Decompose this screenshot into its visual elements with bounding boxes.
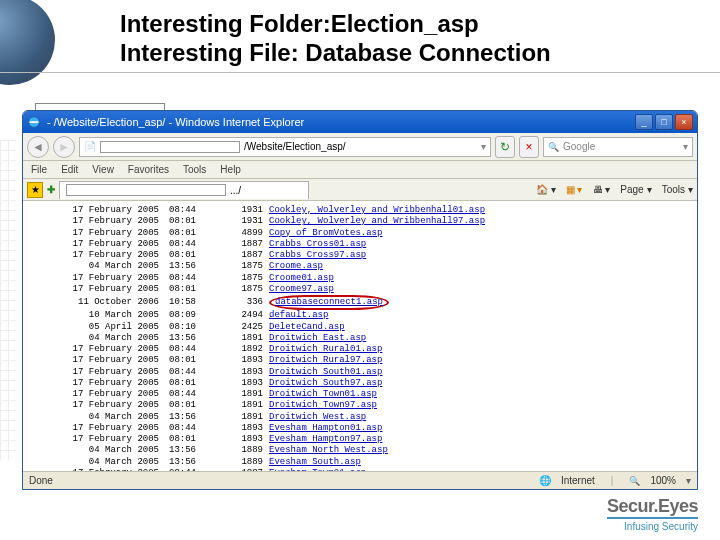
maximize-button[interactable]: □ [655, 114, 673, 130]
tools-menu[interactable]: Tools ▾ [662, 184, 693, 195]
tab-row: ★ ✚ .../ 🏠 ▾ ▦ ▾ 🖶 ▾ Page ▾ Tools ▾ [23, 179, 697, 201]
browser-tab[interactable]: .../ [59, 181, 309, 199]
home-button[interactable]: 🏠 ▾ [536, 184, 556, 195]
listing-row: 04 March 200513:561875Croome.asp [29, 261, 691, 272]
file-link[interactable]: Croome97.asp [269, 284, 334, 294]
zoom-dropdown-icon[interactable]: ▾ [686, 475, 691, 486]
window-title: - /Website/Election_asp/ - Windows Inter… [47, 116, 629, 128]
listing-row: 04 March 200513:561891Droitwich West.asp [29, 412, 691, 423]
file-link[interactable]: Croome.asp [269, 261, 323, 271]
file-link[interactable]: default.asp [269, 310, 328, 320]
listing-row: 17 February 200508:441893Droitwich South… [29, 367, 691, 378]
file-date: 17 February 2005 [29, 205, 169, 216]
favorites-icon[interactable]: ★ [27, 182, 43, 198]
file-time: 13:56 [169, 457, 219, 468]
file-link[interactable]: Cookley, Wolverley and Wribbenhall01.asp [269, 205, 485, 215]
menu-tools[interactable]: Tools [183, 164, 206, 175]
file-date: 17 February 2005 [29, 355, 169, 366]
file-link[interactable]: Droitwich South97.asp [269, 378, 382, 388]
file-size: 2425 [219, 322, 269, 333]
slide-background: Interesting Folder:Election_asp Interest… [0, 0, 720, 540]
listing-row: 17 February 200508:441931Cookley, Wolver… [29, 205, 691, 216]
listing-row: 04 March 200513:561889Evesham South.asp [29, 457, 691, 468]
listing-row: 17 February 200508:441891Droitwich Town0… [29, 389, 691, 400]
listing-row: 17 February 200508:441887Crabbs Cross01.… [29, 239, 691, 250]
menu-view[interactable]: View [92, 164, 114, 175]
nav-row: ◄ ► 📄 /Website/Election_asp/ ▾ ↻ × Googl… [23, 133, 697, 161]
address-bar[interactable]: 📄 /Website/Election_asp/ ▾ [79, 137, 491, 157]
highlight-ellipse: databaseconnect1.asp [269, 295, 389, 310]
back-button[interactable]: ◄ [27, 136, 49, 158]
menu-edit[interactable]: Edit [61, 164, 78, 175]
file-link[interactable]: DeleteCand.asp [269, 322, 345, 332]
file-size: 1887 [219, 239, 269, 250]
minimize-button[interactable]: _ [635, 114, 653, 130]
file-time: 13:56 [169, 261, 219, 272]
file-date: 04 March 2005 [29, 445, 169, 456]
search-provider: Google [563, 141, 595, 152]
directory-listing: 17 February 200508:441931Cookley, Wolver… [23, 201, 697, 471]
file-link[interactable]: Droitwich East.asp [269, 333, 366, 343]
file-link[interactable]: Evesham Hampton01.asp [269, 423, 382, 433]
file-link[interactable]: Cookley, Wolverley and Wribbenhall97.asp [269, 216, 485, 226]
file-link[interactable]: Croome01.asp [269, 273, 334, 283]
brand-tag: Infusing Security [607, 517, 698, 532]
file-link[interactable]: Evesham North West.asp [269, 445, 388, 455]
file-time: 08:01 [169, 355, 219, 366]
file-date: 17 February 2005 [29, 400, 169, 411]
grid-decor [0, 140, 16, 460]
file-time: 08:09 [169, 310, 219, 321]
file-link[interactable]: Crabbs Cross01.asp [269, 239, 366, 249]
file-size: 1893 [219, 378, 269, 389]
file-link[interactable]: Droitwich Rural97.asp [269, 355, 382, 365]
print-button[interactable]: 🖶 ▾ [593, 184, 611, 195]
file-size: 2494 [219, 310, 269, 321]
file-time: 13:56 [169, 445, 219, 456]
listing-row: 17 February 200508:011893Droitwich South… [29, 378, 691, 389]
feeds-button[interactable]: ▦ ▾ [566, 184, 583, 195]
file-link[interactable]: Crabbs Cross97.asp [269, 250, 366, 260]
file-link[interactable]: databaseconnect1.asp [275, 297, 383, 307]
file-date: 17 February 2005 [29, 423, 169, 434]
file-size: 4899 [219, 228, 269, 239]
menubar: File Edit View Favorites Tools Help [23, 161, 697, 179]
file-size: 1887 [219, 250, 269, 261]
forward-button[interactable]: ► [53, 136, 75, 158]
file-date: 04 March 2005 [29, 333, 169, 344]
menu-file[interactable]: File [31, 164, 47, 175]
file-link[interactable]: Droitwich Town01.asp [269, 389, 377, 399]
listing-row: 17 February 200508:011875Croome97.asp [29, 284, 691, 295]
file-link[interactable]: Droitwich Rural01.asp [269, 344, 382, 354]
refresh-button[interactable]: ↻ [495, 136, 515, 158]
close-button[interactable]: × [675, 114, 693, 130]
slide-title: Interesting Folder:Election_asp Interest… [120, 10, 551, 68]
menu-favorites[interactable]: Favorites [128, 164, 169, 175]
file-time: 08:01 [169, 228, 219, 239]
page-menu[interactable]: Page ▾ [620, 184, 651, 195]
file-link[interactable]: Droitwich South01.asp [269, 367, 382, 377]
address-redaction [100, 141, 240, 153]
file-time: 10:58 [169, 297, 219, 308]
search-box[interactable]: Google ▾ [543, 137, 693, 157]
file-link[interactable]: Droitwich Town97.asp [269, 400, 377, 410]
address-dropdown-icon[interactable]: ▾ [481, 141, 486, 152]
file-link[interactable]: Evesham Hampton97.asp [269, 434, 382, 444]
menu-help[interactable]: Help [220, 164, 241, 175]
file-date: 17 February 2005 [29, 228, 169, 239]
stop-button[interactable]: × [519, 136, 539, 158]
listing-row: 17 February 200508:011931Cookley, Wolver… [29, 216, 691, 227]
file-link[interactable]: Copy of BromVotes.asp [269, 228, 382, 238]
file-date: 17 February 2005 [29, 239, 169, 250]
file-date: 17 February 2005 [29, 216, 169, 227]
file-time: 08:01 [169, 250, 219, 261]
toolbar-right: 🏠 ▾ ▦ ▾ 🖶 ▾ Page ▾ Tools ▾ [536, 184, 693, 195]
file-size: 1875 [219, 261, 269, 272]
file-link[interactable]: Droitwich West.asp [269, 412, 366, 422]
tab-redaction [66, 184, 226, 196]
file-date: 04 March 2005 [29, 261, 169, 272]
add-favorite-icon[interactable]: ✚ [47, 184, 55, 195]
file-link[interactable]: Evesham South.asp [269, 457, 361, 467]
listing-row: 17 February 200508:011893Droitwich Rural… [29, 355, 691, 366]
search-dropdown-icon[interactable]: ▾ [683, 141, 688, 152]
file-time: 08:01 [169, 216, 219, 227]
